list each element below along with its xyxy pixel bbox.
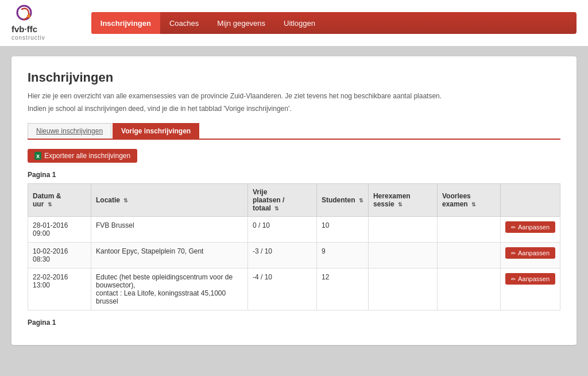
top-bar: fvb·ffc constructiv Inschrijvingen Coach… (0, 0, 588, 46)
logo-icon (11, 5, 37, 26)
export-button[interactable]: x Exporteer alle inschrijvingen (28, 149, 137, 163)
logo: fvb·ffc constructiv (11, 5, 45, 41)
aanpassen-label-1: Aanpassen (518, 224, 550, 231)
sort-locatie-icon[interactable]: ⇅ (123, 198, 128, 204)
cell-datum-3: 22-02-201613:00 (28, 268, 91, 310)
th-voorlees: Voorleesexamen ⇅ (437, 184, 500, 217)
cell-herex-2 (368, 243, 437, 268)
cell-vrij-3: -4 / 10 (247, 268, 316, 310)
table-row: 28-01-201609:00 FVB Brussel 0 / 10 10 ✏ … (28, 217, 560, 243)
cell-datum-2: 10-02-201608:30 (28, 243, 91, 268)
table-row: 22-02-201613:00 Edutec (het beste opleid… (28, 268, 560, 310)
tab-nieuwe-inschrijvingen[interactable]: Nieuwe inschrijvingen (28, 123, 111, 139)
sort-stud-icon[interactable]: ⇅ (359, 198, 363, 204)
export-label: Exporteer alle inschrijvingen (44, 152, 130, 160)
excel-icon: x (34, 152, 41, 160)
content-card: Inschrijvingen Hier zie je een overzicht… (11, 56, 577, 345)
nav-mijn-gegevens[interactable]: Mijn gegevens (208, 12, 274, 34)
pencil-icon-2: ✏ (511, 250, 516, 256)
page-title: Inschrijvingen (28, 70, 560, 85)
th-herexamen: Herexamensessie ⇅ (368, 184, 437, 217)
th-vrij: Vrijeplaatsen /totaal ⇅ (247, 184, 316, 217)
tab-vorige-inschrijvingen[interactable]: Vorige inschrijvingen (113, 123, 199, 139)
cell-btn-2: ✏ Aanpassen (500, 243, 560, 268)
cell-datum-1: 28-01-201609:00 (28, 217, 91, 243)
table-header-row: Datum &uur ⇅ Locatie ⇅ Vrijeplaatsen /to… (28, 184, 560, 217)
cell-voorl-1 (437, 217, 500, 243)
page-label-bottom: Pagina 1 (28, 319, 560, 327)
table-row: 10-02-201608:30 Kantoor Epyc, Stapelplei… (28, 243, 560, 268)
cell-btn-3: ✏ Aanpassen (500, 268, 560, 310)
nav-inschrijvingen[interactable]: Inschrijvingen (91, 12, 160, 34)
sort-datum-icon[interactable]: ⇅ (48, 202, 52, 208)
data-table: Datum &uur ⇅ Locatie ⇅ Vrijeplaatsen /to… (28, 183, 560, 310)
pencil-icon-3: ✏ (511, 276, 516, 282)
cell-herex-3 (368, 268, 437, 310)
cell-stud-2: 9 (316, 243, 368, 268)
cell-voorl-3 (437, 268, 500, 310)
cell-voorl-2 (437, 243, 500, 268)
cell-locatie-2: Kantoor Epyc, Stapelplein 70, Gent (91, 243, 248, 268)
logo-sub: constructiv (11, 34, 45, 41)
cell-locatie-1: FVB Brussel (91, 217, 248, 243)
aanpassen-label-2: Aanpassen (518, 250, 550, 256)
main-wrapper: Inschrijvingen Hier zie je een overzicht… (0, 46, 588, 355)
cell-vrij-2: -3 / 10 (247, 243, 316, 268)
aanpassen-button-2[interactable]: ✏ Aanpassen (505, 247, 555, 259)
pencil-icon-1: ✏ (511, 224, 516, 231)
cell-vrij-1: 0 / 10 (247, 217, 316, 243)
th-studenten: Studenten ⇅ (316, 184, 368, 217)
description-2: Indien je school al inschrijvingen deed,… (28, 103, 560, 114)
page-label-top: Pagina 1 (28, 171, 560, 179)
th-datum: Datum &uur ⇅ (28, 184, 91, 217)
sort-herex-icon[interactable]: ⇅ (398, 202, 403, 208)
cell-stud-1: 10 (316, 217, 368, 243)
cell-locatie-3: Edutec (het beste opleidingscentrum voor… (91, 268, 248, 310)
tabs: Nieuwe inschrijvingen Vorige inschrijvin… (28, 123, 560, 140)
svg-point-1 (27, 14, 30, 18)
nav-uitloggen[interactable]: Uitloggen (274, 12, 324, 34)
sort-voorl-icon[interactable]: ⇅ (471, 202, 476, 208)
aanpassen-label-3: Aanpassen (518, 275, 550, 282)
aanpassen-button-1[interactable]: ✏ Aanpassen (505, 221, 555, 233)
main-nav: Inschrijvingen Coaches Mijn gegevens Uit… (91, 12, 577, 34)
sort-vrij-icon[interactable]: ⇅ (274, 206, 279, 212)
th-actions (500, 184, 560, 217)
nav-coaches[interactable]: Coaches (160, 12, 208, 34)
cell-herex-1 (368, 217, 437, 243)
aanpassen-button-3[interactable]: ✏ Aanpassen (505, 273, 555, 285)
logo-name: fvb·ffc (11, 24, 45, 34)
cell-btn-1: ✏ Aanpassen (500, 217, 560, 243)
description-1: Hier zie je een overzicht van alle exame… (28, 91, 560, 101)
th-locatie: Locatie ⇅ (91, 184, 248, 217)
cell-stud-3: 12 (316, 268, 368, 310)
